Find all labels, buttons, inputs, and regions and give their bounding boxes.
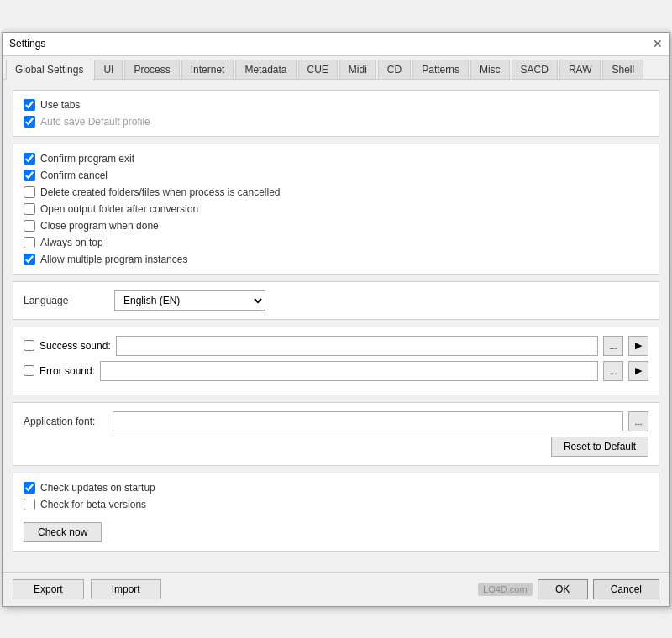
open-output-label[interactable]: Open output folder after conversion	[40, 203, 198, 215]
main-content: Use tabs Auto save Default profile Confi…	[3, 80, 669, 568]
always-on-top-label[interactable]: Always on top	[40, 237, 103, 248]
cancel-button[interactable]: Cancel	[593, 579, 659, 599]
always-on-top-checkbox[interactable]	[24, 237, 35, 248]
tab-misc[interactable]: Misc	[470, 60, 510, 79]
language-section: Language English (EN) Deutsch Français E…	[13, 281, 659, 320]
language-select[interactable]: English (EN) Deutsch Français Español It…	[114, 290, 265, 311]
tab-sacd[interactable]: SACD	[512, 60, 558, 79]
font-row: Application font: ...	[24, 411, 648, 431]
delete-folders-checkbox[interactable]	[24, 186, 35, 198]
import-button[interactable]: Import	[91, 579, 161, 599]
tab-ui[interactable]: UI	[94, 60, 123, 79]
tab-raw[interactable]: RAW	[559, 60, 601, 79]
tab-process[interactable]: Process	[124, 60, 179, 79]
use-tabs-checkbox[interactable]	[24, 99, 35, 111]
success-sound-browse-button[interactable]: ...	[603, 336, 623, 356]
error-sound-input[interactable]	[100, 361, 598, 381]
font-input[interactable]	[113, 411, 623, 431]
confirm-cancel-checkbox[interactable]	[24, 170, 35, 181]
delete-folders-row: Delete created folders/files when proces…	[24, 186, 648, 198]
success-sound-label[interactable]: Success sound:	[39, 340, 111, 352]
close-when-done-checkbox[interactable]	[24, 220, 35, 232]
open-output-row: Open output folder after conversion	[24, 203, 648, 215]
auto-save-checkbox[interactable]	[24, 116, 35, 128]
tab-cue[interactable]: CUE	[298, 60, 338, 79]
use-tabs-label[interactable]: Use tabs	[40, 99, 80, 111]
allow-multiple-row: Allow multiple program instances	[24, 254, 648, 265]
sound-section: Success sound: ... ▶ Error sound: ... ▶	[13, 327, 659, 395]
error-sound-row: Error sound: ... ▶	[24, 361, 648, 381]
language-label: Language	[24, 295, 108, 306]
tab-bar: Global Settings UI Process Internet Meta…	[3, 56, 669, 80]
tab-cd[interactable]: CD	[378, 60, 411, 79]
options-section: Confirm program exit Confirm cancel Dele…	[13, 144, 659, 275]
updates-section: Check updates on startup Check for beta …	[13, 473, 659, 552]
font-browse-button[interactable]: ...	[628, 411, 648, 431]
ok-button[interactable]: OK	[538, 579, 588, 599]
close-button[interactable]: ✕	[653, 38, 663, 50]
check-beta-checkbox[interactable]	[24, 499, 35, 510]
check-startup-label[interactable]: Check updates on startup	[40, 482, 155, 494]
reset-to-default-button[interactable]: Reset to Default	[551, 437, 648, 457]
open-output-checkbox[interactable]	[24, 203, 35, 215]
tab-global-settings[interactable]: Global Settings	[6, 60, 92, 80]
language-row: Language English (EN) Deutsch Français E…	[24, 290, 648, 311]
check-now-button[interactable]: Check now	[24, 522, 102, 542]
title-bar: Settings ✕	[3, 33, 669, 56]
check-beta-row: Check for beta versions	[24, 499, 648, 510]
confirm-exit-checkbox[interactable]	[24, 153, 35, 165]
close-when-done-row: Close program when done	[24, 220, 648, 232]
tab-patterns[interactable]: Patterns	[412, 60, 469, 79]
reset-row: Reset to Default	[24, 437, 648, 457]
footer-right: LO4D.com OK Cancel	[478, 579, 659, 599]
close-when-done-label[interactable]: Close program when done	[40, 220, 159, 232]
export-button[interactable]: Export	[13, 579, 84, 599]
tab-internet[interactable]: Internet	[181, 60, 234, 79]
always-on-top-row: Always on top	[24, 237, 648, 248]
use-tabs-row: Use tabs	[24, 99, 648, 111]
success-sound-play-button[interactable]: ▶	[628, 336, 648, 356]
delete-folders-label[interactable]: Delete created folders/files when proces…	[40, 186, 280, 198]
confirm-cancel-row: Confirm cancel	[24, 170, 648, 181]
tab-midi[interactable]: Midi	[339, 60, 376, 79]
error-sound-checkbox[interactable]	[24, 365, 34, 376]
footer-left: Export Import	[13, 579, 161, 599]
check-startup-checkbox[interactable]	[24, 482, 35, 494]
tab-shell[interactable]: Shell	[602, 60, 643, 79]
confirm-exit-row: Confirm program exit	[24, 153, 648, 165]
error-sound-label[interactable]: Error sound:	[39, 365, 95, 377]
watermark: LO4D.com	[478, 583, 533, 596]
confirm-exit-label[interactable]: Confirm program exit	[40, 153, 134, 165]
auto-save-label[interactable]: Auto save Default profile	[40, 116, 150, 128]
settings-window: Settings ✕ Global Settings UI Process In…	[2, 32, 670, 607]
check-beta-label[interactable]: Check for beta versions	[40, 499, 146, 510]
auto-save-row: Auto save Default profile	[24, 116, 648, 128]
window-title: Settings	[9, 38, 45, 50]
error-sound-browse-button[interactable]: ...	[603, 361, 623, 381]
general-section: Use tabs Auto save Default profile	[13, 90, 659, 137]
footer: Export Import LO4D.com OK Cancel	[3, 572, 669, 606]
success-sound-input[interactable]	[116, 336, 598, 356]
font-label: Application font:	[24, 416, 108, 427]
error-sound-play-button[interactable]: ▶	[628, 361, 648, 381]
allow-multiple-label[interactable]: Allow multiple program instances	[40, 254, 187, 265]
confirm-cancel-label[interactable]: Confirm cancel	[40, 170, 108, 181]
allow-multiple-checkbox[interactable]	[24, 254, 35, 265]
success-sound-row: Success sound: ... ▶	[24, 336, 648, 356]
check-startup-row: Check updates on startup	[24, 482, 648, 494]
success-sound-checkbox[interactable]	[24, 340, 34, 351]
font-section: Application font: ... Reset to Default	[13, 402, 659, 466]
tab-metadata[interactable]: Metadata	[235, 60, 296, 79]
